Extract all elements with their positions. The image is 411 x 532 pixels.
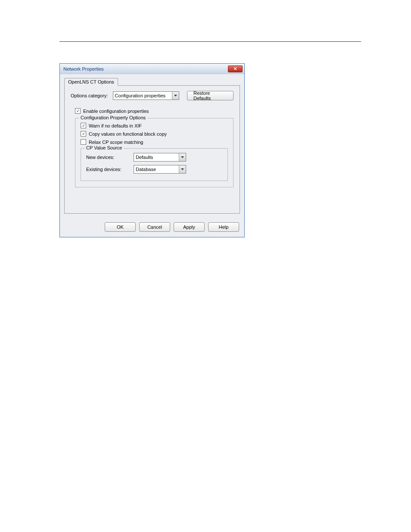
- warn-checkbox[interactable]: [81, 123, 86, 128]
- enable-cp-checkbox[interactable]: [75, 108, 81, 114]
- restore-defaults-label: Restore Defaults: [193, 90, 227, 101]
- enable-cp-row: Enable configuration properties: [75, 108, 234, 114]
- svg-marker-0: [174, 95, 177, 96]
- relax-checkbox[interactable]: [81, 139, 86, 145]
- copy-label: Copy values on functional block copy: [89, 131, 167, 137]
- apply-label: Apply: [183, 224, 195, 230]
- cp-options-legend: Configuration Property Options: [79, 115, 147, 120]
- dialog-button-row: OK Cancel Apply Help: [60, 218, 244, 237]
- warn-label: Warn if no defaults in XIF: [89, 123, 142, 128]
- options-category-value: Configuration properties: [115, 93, 165, 98]
- existing-devices-select[interactable]: Database: [134, 165, 186, 174]
- titlebar: Network Properties ✕: [60, 64, 244, 74]
- cancel-button[interactable]: Cancel: [139, 222, 170, 232]
- close-button[interactable]: ✕: [228, 65, 243, 72]
- chevron-down-icon: [172, 92, 179, 100]
- new-devices-label: New devices:: [86, 155, 134, 160]
- enable-cp-label: Enable configuration properties: [83, 109, 149, 114]
- apply-button[interactable]: Apply: [174, 222, 205, 232]
- tab-strip: OpenLNS CT Options: [64, 77, 240, 85]
- svg-marker-2: [181, 168, 184, 170]
- cp-value-source-fieldset: CP Value Source New devices: Defaults: [81, 148, 228, 181]
- chevron-down-icon: [179, 153, 186, 161]
- dialog-title: Network Properties: [63, 66, 104, 72]
- existing-devices-row: Existing devices: Database: [86, 165, 222, 174]
- tab-content: Options category: Configuration properti…: [64, 85, 240, 214]
- ok-label: OK: [117, 224, 124, 230]
- cancel-label: Cancel: [147, 224, 162, 230]
- svg-marker-1: [181, 156, 184, 158]
- copy-row: Copy values on functional block copy: [81, 131, 228, 137]
- tab-label: OpenLNS CT Options: [68, 79, 114, 84]
- restore-defaults-button[interactable]: Restore Defaults: [187, 91, 234, 100]
- help-button[interactable]: Help: [208, 222, 239, 232]
- close-icon: ✕: [234, 66, 237, 71]
- cp-value-source-legend: CP Value Source: [84, 145, 124, 150]
- existing-devices-value: Database: [136, 167, 156, 172]
- network-properties-dialog: Network Properties ✕ OpenLNS CT Options …: [59, 63, 245, 237]
- ok-button[interactable]: OK: [105, 222, 136, 232]
- copy-checkbox[interactable]: [81, 131, 86, 137]
- new-devices-select[interactable]: Defaults: [134, 153, 186, 162]
- warn-row: Warn if no defaults in XIF: [81, 123, 228, 128]
- new-devices-row: New devices: Defaults: [86, 153, 222, 162]
- page-divider: [59, 41, 361, 42]
- options-category-label: Options category:: [71, 93, 113, 98]
- existing-devices-label: Existing devices:: [86, 167, 134, 172]
- chevron-down-icon: [179, 165, 186, 173]
- relax-row: Relax CP scope matching: [81, 139, 228, 145]
- dialog-body: OpenLNS CT Options Options category: Con…: [60, 74, 244, 218]
- cp-options-fieldset: Configuration Property Options Warn if n…: [75, 118, 234, 187]
- new-devices-value: Defaults: [136, 155, 153, 160]
- help-label: Help: [219, 224, 229, 230]
- options-category-row: Options category: Configuration properti…: [71, 91, 234, 100]
- options-category-select[interactable]: Configuration properties: [113, 91, 179, 100]
- relax-label: Relax CP scope matching: [89, 140, 143, 145]
- tab-openlns-ct-options[interactable]: OpenLNS CT Options: [64, 78, 118, 86]
